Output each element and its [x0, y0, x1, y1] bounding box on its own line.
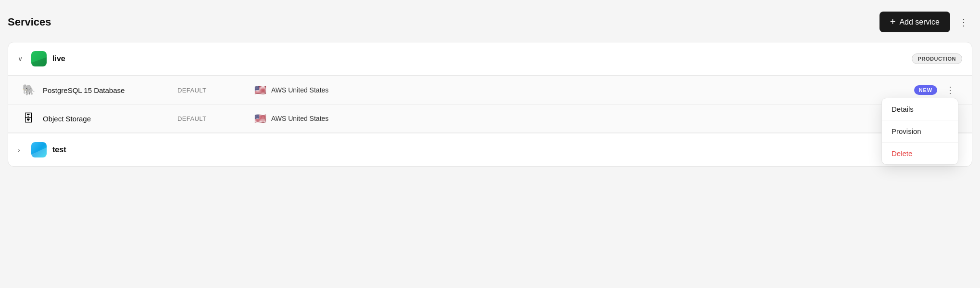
page-title: Services: [8, 16, 51, 28]
postgres-plan: DEFAULT: [177, 87, 254, 94]
production-badge: PRODUCTION: [912, 53, 962, 64]
environment-row-test[interactable]: › test: [8, 133, 972, 166]
postgres-actions: NEW ⋮ Details Provision Delete: [914, 84, 958, 96]
live-env-logo: [31, 51, 47, 66]
add-service-label: Add service: [899, 18, 940, 26]
object-storage-region: 🇺🇸 AWS United States: [254, 113, 947, 124]
more-options-header-button[interactable]: ⋮: [955, 14, 972, 30]
us-flag-icon: 🇺🇸: [254, 84, 266, 96]
object-storage-icon: 🗄: [22, 112, 35, 125]
plus-icon: +: [890, 16, 896, 27]
environment-row-live[interactable]: ∨ live PRODUCTION: [8, 42, 972, 76]
object-storage-region-name: AWS United States: [271, 115, 328, 122]
services-list: 🐘 PostgreSQL 15 Database DEFAULT 🇺🇸 AWS …: [8, 76, 972, 133]
test-env-name: test: [52, 145, 962, 154]
test-env-logo: [31, 142, 47, 157]
add-service-button[interactable]: + Add service: [879, 12, 950, 32]
dropdown-delete-item[interactable]: Delete: [882, 143, 958, 164]
dropdown-provision-item[interactable]: Provision: [882, 120, 958, 143]
postgres-icon: 🐘: [22, 84, 35, 96]
postgres-service-name: PostgreSQL 15 Database: [43, 86, 177, 94]
us-flag-icon-2: 🇺🇸: [254, 113, 266, 124]
chevron-down-icon: ∨: [18, 55, 25, 63]
new-badge: NEW: [914, 85, 937, 95]
services-container: ∨ live PRODUCTION 🐘 PostgreSQL 15 Databa…: [8, 42, 972, 167]
chevron-right-icon: ›: [18, 146, 25, 154]
postgres-region-name: AWS United States: [271, 86, 328, 94]
page-header: Services + Add service ⋮: [8, 8, 972, 42]
service-row-postgres: 🐘 PostgreSQL 15 Database DEFAULT 🇺🇸 AWS …: [8, 76, 972, 105]
postgres-region: 🇺🇸 AWS United States: [254, 84, 914, 96]
dropdown-details-item[interactable]: Details: [882, 98, 958, 120]
postgres-dropdown-menu: Details Provision Delete: [881, 98, 958, 165]
header-actions: + Add service ⋮: [879, 12, 972, 32]
service-row-object-storage: 🗄 Object Storage DEFAULT 🇺🇸 AWS United S…: [8, 105, 972, 132]
postgres-more-wrapper: ⋮ Details Provision Delete: [942, 84, 958, 96]
live-env-name: live: [52, 54, 912, 63]
object-storage-service-name: Object Storage: [43, 115, 177, 123]
object-storage-plan: DEFAULT: [177, 115, 254, 122]
postgres-more-button[interactable]: ⋮: [942, 84, 958, 96]
